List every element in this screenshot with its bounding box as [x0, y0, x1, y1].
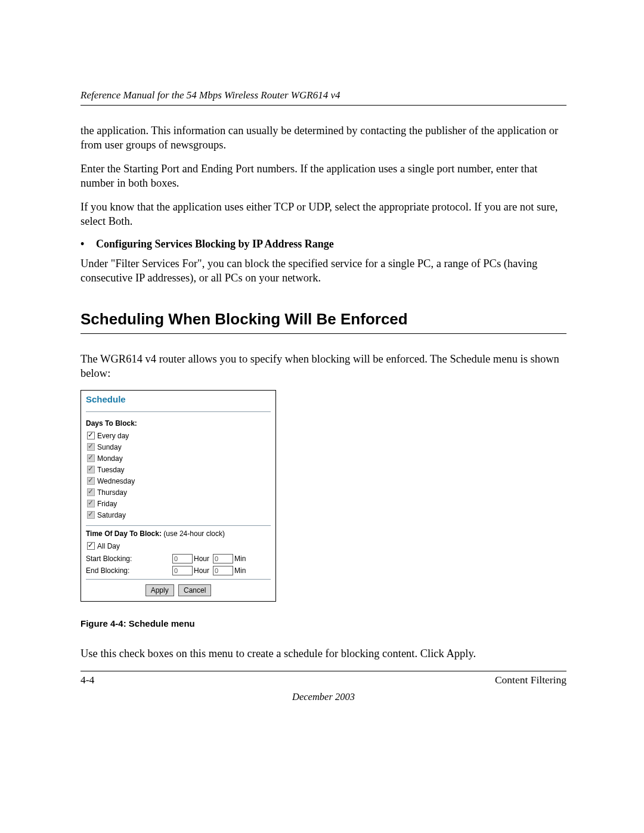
bullet-text: Configuring Services Blocking by IP Addr…	[96, 238, 334, 250]
checkbox-icon	[87, 488, 95, 496]
apply-button[interactable]: Apply	[145, 584, 174, 596]
day-label: Every day	[97, 432, 129, 440]
day-row: Friday	[87, 498, 271, 509]
day-row: Wednesday	[87, 475, 271, 487]
footer-date: December 2003	[80, 691, 566, 703]
body-paragraph: If you know that the application uses ei…	[80, 200, 566, 228]
start-blocking-row: Start Blocking: 0 Hour 0 Min	[86, 554, 271, 563]
all-day-row[interactable]: All Day	[87, 540, 271, 552]
checkbox-icon[interactable]	[87, 432, 95, 439]
figure-caption: Figure 4-4: Schedule menu	[80, 618, 566, 628]
day-label: Monday	[97, 454, 123, 463]
checkbox-icon	[87, 466, 95, 473]
start-blocking-label: Start Blocking:	[86, 555, 172, 563]
hour-unit-label: Hour	[194, 555, 209, 563]
day-row[interactable]: Every day	[87, 430, 271, 441]
day-label: Thursday	[97, 488, 127, 497]
doc-header-title: Reference Manual for the 54 Mbps Wireles…	[80, 89, 566, 106]
days-to-block-heading: Days To Block:	[86, 419, 271, 428]
end-blocking-label: End Blocking:	[86, 566, 172, 575]
body-paragraph: the application. This information can us…	[80, 123, 566, 152]
bullet-marker: •	[80, 238, 96, 250]
section-heading: Scheduling When Blocking Will Be Enforce…	[80, 310, 566, 334]
day-label: Saturday	[97, 511, 126, 519]
hour-unit-label: Hour	[194, 566, 209, 575]
end-blocking-row: End Blocking: 0 Hour 0 Min	[86, 566, 271, 575]
body-paragraph: Under "Filter Services For", you can blo…	[80, 256, 566, 285]
day-label: Friday	[97, 500, 117, 508]
schedule-title: Schedule	[86, 394, 271, 409]
footer-page-number: 4-4	[80, 674, 94, 686]
bullet-item: • Configuring Services Blocking by IP Ad…	[80, 238, 566, 250]
time-of-day-sub: (use 24-hour clock)	[163, 529, 225, 538]
all-day-label: All Day	[97, 542, 120, 550]
day-label: Sunday	[97, 443, 122, 451]
checkbox-icon	[87, 443, 95, 451]
start-min-input[interactable]: 0	[213, 554, 233, 563]
schedule-panel: Schedule Days To Block: Every daySundayM…	[80, 390, 276, 602]
day-row: Saturday	[87, 509, 271, 521]
day-row: Thursday	[87, 487, 271, 498]
day-label: Wednesday	[97, 477, 135, 485]
day-row: Monday	[87, 453, 271, 464]
min-unit-label: Min	[234, 555, 246, 563]
end-min-input[interactable]: 0	[213, 566, 233, 575]
body-paragraph: Use this check boxes on this menu to cre…	[80, 646, 566, 661]
body-paragraph: The WGR614 v4 router allows you to speci…	[80, 352, 566, 380]
day-label: Tuesday	[97, 466, 125, 474]
checkbox-icon	[87, 454, 95, 462]
checkbox-icon	[87, 500, 95, 507]
time-of-day-heading: Time Of Day To Block: (use 24-hour clock…	[86, 529, 271, 538]
checkbox-icon	[87, 511, 95, 519]
cancel-button[interactable]: Cancel	[178, 584, 211, 596]
start-hour-input[interactable]: 0	[172, 554, 193, 563]
day-row: Tuesday	[87, 464, 271, 475]
min-unit-label: Min	[234, 566, 246, 575]
page-footer: 4-4 Content Filtering December 2003	[80, 671, 566, 703]
body-paragraph: Enter the Starting Port and Ending Port …	[80, 162, 566, 190]
footer-section: Content Filtering	[495, 674, 566, 686]
checkbox-icon[interactable]	[87, 542, 95, 550]
day-row: Sunday	[87, 441, 271, 453]
end-hour-input[interactable]: 0	[172, 566, 193, 575]
checkbox-icon	[87, 477, 95, 485]
